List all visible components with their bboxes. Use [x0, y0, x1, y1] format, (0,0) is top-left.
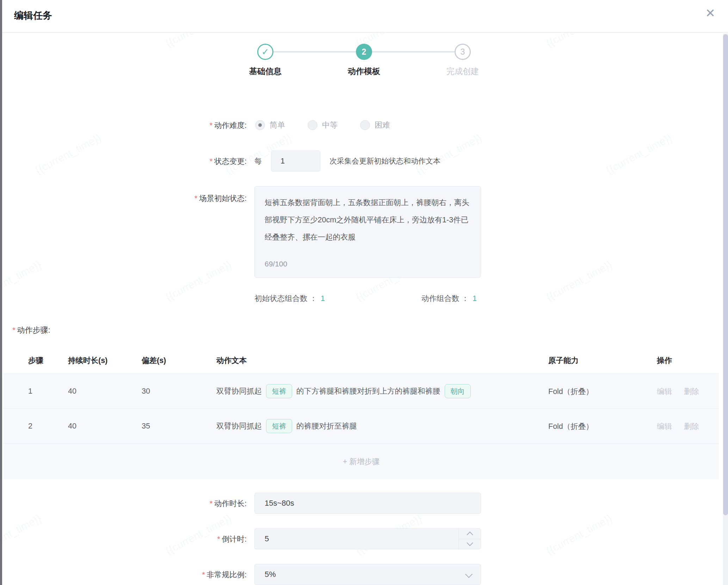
- edit-link[interactable]: 编辑: [657, 387, 672, 396]
- required-asterisk: *: [12, 326, 16, 334]
- table-header-cell: 原子能力: [548, 355, 657, 365]
- decrement-button[interactable]: [459, 539, 481, 549]
- difficulty-label: *动作难度:: [0, 120, 247, 130]
- colon: ：: [310, 294, 317, 303]
- cell-operations: 编辑删除: [657, 421, 719, 431]
- object-tag: 朝向: [445, 384, 471, 398]
- ratio-select[interactable]: 5%: [254, 564, 481, 585]
- delete-link[interactable]: 删除: [684, 387, 699, 396]
- duration-value: 15s~80s: [265, 499, 294, 508]
- duration-row: *动作时长: 15s~80s: [0, 493, 728, 514]
- state-change-prefix: 每: [254, 156, 262, 166]
- table-header-row: 步骤持续时长(s)偏差(s)动作文本原子能力操作: [4, 347, 719, 374]
- action-steps-table: 步骤持续时长(s)偏差(s)动作文本原子能力操作 14030双臂协同抓起短裤的下…: [4, 347, 719, 479]
- step-label: 基础信息: [216, 66, 315, 77]
- action-text-segment: 的裤腰对折至裤腿: [296, 422, 357, 430]
- add-step-button[interactable]: + 新增步骤: [4, 444, 719, 479]
- step-complete-creation: 3 完成创建: [413, 44, 512, 77]
- required-asterisk: *: [210, 121, 212, 130]
- difficulty-options: 简单中等困难: [255, 120, 390, 130]
- radio-icon[interactable]: [308, 120, 317, 130]
- action-text-segment: 双臂协同抓起: [216, 387, 262, 395]
- radio-icon[interactable]: [360, 120, 370, 130]
- difficulty-radio-option[interactable]: 困难: [360, 120, 390, 130]
- step-number: 2: [356, 44, 372, 60]
- initial-state-text: 短裤五条数据背面朝上，五条数据正面朝上，裤腰朝右，离头部视野下方至少20cm之外…: [265, 198, 469, 241]
- table-header-cell: 动作文本: [216, 355, 548, 365]
- table-header-cell: 持续时长(s): [68, 355, 142, 365]
- cell-duration: 40: [68, 387, 142, 396]
- action-text-segment: 的下方裤腿和裤腰对折到上方的裤腿和裤腰: [296, 387, 440, 395]
- required-asterisk: *: [210, 499, 212, 508]
- countdown-label: *倒计时:: [0, 534, 247, 544]
- duration-input[interactable]: 15s~80s: [254, 493, 481, 514]
- state-change-input[interactable]: [271, 150, 320, 172]
- countdown-value: 5: [265, 534, 269, 543]
- action-combo-count: 动作组合数：1: [421, 293, 477, 303]
- step-label: 动作模板: [315, 66, 413, 77]
- difficulty-radio-option[interactable]: 中等: [308, 120, 338, 130]
- step-action-template: 2 动作模板: [315, 44, 413, 77]
- table-header-cell: 偏差(s): [142, 355, 216, 365]
- action-text-segment: 双臂协同抓起: [216, 422, 262, 430]
- page-edge-strip: [0, 0, 2, 585]
- scrollbar-thumb[interactable]: [723, 34, 728, 515]
- duration-label: *动作时长:: [0, 498, 247, 509]
- table-row: 24035双臂协同抓起短裤的裤腰对折至裤腿Fold（折叠）编辑删除: [4, 409, 719, 444]
- chevron-down-icon: [467, 540, 473, 546]
- dialog-title: 编辑任务: [14, 9, 52, 22]
- table-row: 14030双臂协同抓起短裤的下方裤腿和裤腰对折到上方的裤腿和裤腰朝向Fold（折…: [4, 374, 719, 409]
- delete-link[interactable]: 删除: [684, 422, 699, 431]
- object-tag: 短裤: [266, 419, 292, 433]
- countdown-input[interactable]: 5: [254, 528, 481, 549]
- cell-step: 2: [28, 422, 68, 431]
- close-icon[interactable]: ✕: [705, 7, 716, 19]
- required-asterisk: *: [202, 571, 205, 579]
- stepper: ✓ 基础信息 2 动作模板 3 完成创建: [216, 44, 512, 90]
- difficulty-radio-option[interactable]: 简单: [255, 120, 285, 130]
- countdown-row: *倒计时: 5: [0, 528, 728, 549]
- radio-option-label: 困难: [375, 120, 390, 130]
- colon: ：: [462, 294, 469, 303]
- chevron-up-icon: [467, 531, 473, 538]
- step-label: 完成创建: [413, 66, 512, 77]
- required-asterisk: *: [217, 535, 220, 543]
- char-counter: 69/100: [265, 255, 287, 272]
- ratio-label: *非常规比例:: [0, 569, 247, 580]
- radio-icon[interactable]: [255, 120, 265, 130]
- initial-combo-value: 1: [321, 294, 325, 303]
- number-spinner: [458, 529, 481, 549]
- cell-duration: 40: [68, 422, 142, 431]
- ratio-value: 5%: [265, 570, 276, 579]
- action-combo-value: 1: [473, 294, 477, 303]
- initial-state-label: *场景初始状态:: [0, 193, 247, 203]
- step-number: 3: [455, 44, 471, 60]
- table-header-cell: 步骤: [28, 355, 68, 365]
- table-body: 14030双臂协同抓起短裤的下方裤腿和裤腰对折到上方的裤腿和裤腰朝向Fold（折…: [4, 374, 719, 444]
- object-tag: 短裤: [266, 384, 292, 398]
- scrollbar-track[interactable]: [723, 33, 728, 585]
- action-combo-label: 动作组合数: [421, 294, 459, 303]
- cell-action-text: 双臂协同抓起短裤的下方裤腿和裤腰对折到上方的裤腿和裤腰朝向: [216, 384, 548, 398]
- state-change-suffix: 次采集会更新初始状态和动作文本: [329, 156, 440, 166]
- ratio-row: *非常规比例: 5%: [0, 564, 728, 585]
- action-steps-label: *动作步骤:: [12, 325, 50, 335]
- initial-state-textarea[interactable]: 短裤五条数据背面朝上，五条数据正面朝上，裤腰朝右，离头部视野下方至少20cm之外…: [254, 186, 481, 278]
- cell-step: 1: [28, 387, 68, 396]
- cell-atomic-ability: Fold（折叠）: [548, 386, 657, 396]
- edit-link[interactable]: 编辑: [657, 422, 672, 431]
- increment-button[interactable]: [459, 529, 481, 539]
- table-header-cell: 操作: [657, 355, 719, 365]
- check-icon: ✓: [257, 44, 273, 60]
- initial-combo-count: 初始状态组合数：1: [254, 293, 325, 303]
- state-change-label: *状态变更:: [0, 156, 247, 166]
- difficulty-row: *动作难度: 简单中等困难: [0, 115, 728, 135]
- cell-operations: 编辑删除: [657, 386, 719, 396]
- cell-deviation: 30: [142, 387, 216, 396]
- cell-deviation: 35: [142, 422, 216, 431]
- radio-option-label: 中等: [322, 120, 338, 130]
- required-asterisk: *: [210, 157, 212, 166]
- step-basic-info: ✓ 基础信息: [216, 44, 315, 77]
- dialog-header: 编辑任务 ✕: [0, 0, 728, 33]
- state-change-row: *状态变更: 每 次采集会更新初始状态和动作文本: [0, 150, 728, 172]
